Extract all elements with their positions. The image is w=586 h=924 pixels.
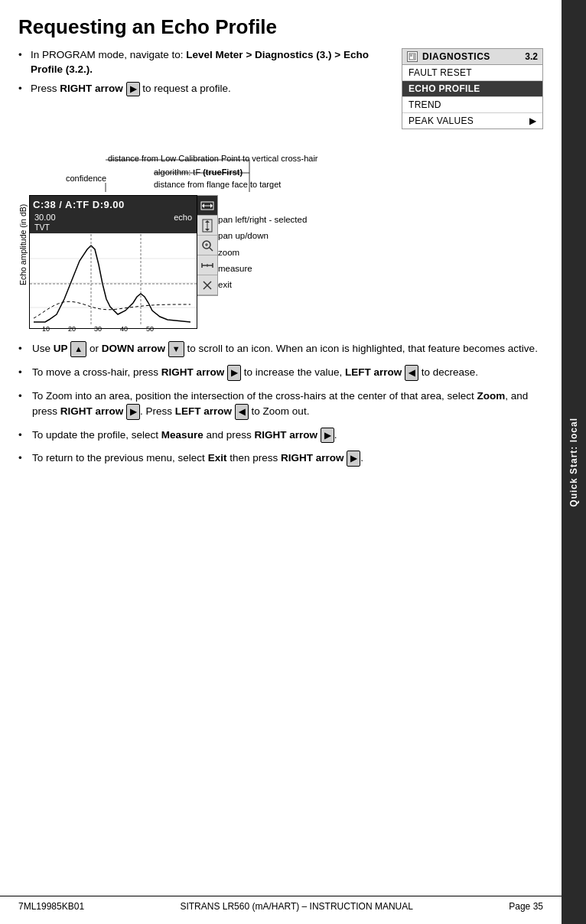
icon-label-pan-lr: pan left/right - selected	[218, 212, 307, 228]
chart-canvas: 10 20 30 40 50	[30, 233, 197, 333]
annotation-flange: distance from flange face to target	[154, 180, 281, 189]
icon-zoom[interactable]	[197, 236, 217, 255]
svg-rect-2	[413, 54, 415, 59]
intro-bullet-1: In PROGRAM mode, navigate to: Level Mete…	[18, 48, 389, 77]
footer-part-number: 7ML19985KB01	[18, 901, 84, 912]
svg-text:40: 40	[120, 325, 128, 333]
main-bullet-3: To Zoom into an area, position the inter…	[18, 389, 543, 420]
top-section: In PROGRAM mode, navigate to: Level Mete…	[18, 48, 543, 129]
right-arrow-button-2[interactable]: ▶	[126, 404, 140, 420]
peak-values-arrow: ▶	[529, 116, 536, 126]
footer-page: Page 35	[509, 901, 543, 912]
chart-tvt-row: TVT	[30, 222, 197, 233]
right-arrow-button-3[interactable]: ▶	[321, 428, 334, 444]
annotation-algorithm: algorithm: tF (trueFirst)	[154, 168, 243, 177]
svg-marker-25	[205, 220, 210, 223]
peak-values-label: PEAK VALUES	[409, 116, 474, 126]
chart-header-text: C:38 / A:TF D:9.00	[33, 199, 125, 210]
annotation-area: confidence distance from Low Calibration…	[66, 140, 532, 195]
svg-text:50: 50	[146, 325, 154, 333]
main-bullet-5: To return to the previous menu, select E…	[18, 451, 543, 467]
svg-text:30: 30	[94, 325, 102, 333]
footer-product: SITRANS LR560 (mA/HART) – INSTRUCTION MA…	[180, 901, 413, 912]
intro-text-1a: In PROGRAM mode, navigate to: Level Mete…	[31, 49, 369, 75]
svg-marker-22	[210, 203, 213, 208]
icon-label-measure: measure	[218, 261, 307, 277]
left-arrow-button-1[interactable]: ◀	[405, 365, 418, 381]
diag-version: 3.2	[525, 51, 538, 62]
chart-header: C:38 / A:TF D:9.00	[30, 196, 197, 213]
diag-header: DIAGNOSTICS 3.2	[402, 49, 542, 65]
intro-bullet-2: Press RIGHT arrow ▶ to request a profile…	[18, 82, 389, 96]
icon-label-pan-ud: pan up/down	[218, 228, 307, 244]
diag-row-trend: TREND	[402, 97, 542, 113]
main-bullet-2: To move a cross-hair, press RIGHT arrow …	[18, 365, 543, 381]
right-arrow-button-1[interactable]: ▶	[227, 365, 241, 381]
icon-label-zoom: zoom	[218, 245, 307, 261]
up-arrow-button[interactable]: ▲	[70, 341, 86, 357]
chart-subheader: 30.00 echo	[30, 213, 197, 222]
main-bullet-1: Use UP ▲ or DOWN arrow ▼ to scroll to an…	[18, 341, 543, 357]
icon-measure[interactable]	[197, 255, 217, 275]
svg-marker-21	[202, 203, 204, 208]
diag-icon	[407, 51, 418, 62]
chart-echo-label: echo	[174, 213, 192, 222]
diag-row-echo-profile: ECHO PROFILE	[402, 81, 542, 97]
icon-pan-ud[interactable]	[197, 216, 217, 236]
left-arrow-button-2[interactable]: ◀	[235, 404, 249, 420]
y-axis-container: Echo amplitude (in dB)	[18, 195, 29, 294]
svg-text:10: 10	[42, 325, 50, 333]
annotation-svg	[66, 140, 532, 195]
icon-labels: pan left/right - selected pan up/down zo…	[218, 195, 307, 293]
icon-label-exit: exit	[218, 277, 307, 293]
chart-value-30: 30.00	[34, 213, 56, 222]
chart-tvt-label: TVT	[34, 223, 50, 232]
svg-text:20: 20	[68, 325, 76, 333]
svg-line-28	[210, 248, 213, 251]
diag-row-fault-reset: FAULT RESET	[402, 65, 542, 81]
diag-title: DIAGNOSTICS	[422, 51, 520, 62]
right-arrow-button-intro[interactable]: ▶	[126, 82, 140, 96]
intro-bullets: In PROGRAM mode, navigate to: Level Mete…	[18, 48, 389, 129]
y-axis-label: Echo amplitude (in dB)	[18, 195, 28, 294]
page-container: Requesting an Echo Profile In PROGRAM mo…	[0, 0, 586, 924]
echo-icons-panel	[197, 195, 218, 296]
chart-body: 10 20 30 40 50	[30, 233, 197, 333]
down-arrow-button[interactable]: ▼	[168, 341, 184, 357]
page-title: Requesting an Echo Profile	[18, 15, 543, 39]
right-arrow-button-4[interactable]: ▶	[347, 451, 360, 467]
diagnostics-panel: DIAGNOSTICS 3.2 FAULT RESET ECHO PROFILE…	[402, 48, 543, 129]
main-bullets: Use UP ▲ or DOWN arrow ▼ to scroll to an…	[18, 341, 543, 467]
diag-row-peak-values: PEAK VALUES ▶	[402, 113, 542, 129]
main-bullet-4: To update the profile, select Measure an…	[18, 428, 543, 444]
svg-marker-26	[205, 229, 210, 231]
svg-rect-1	[410, 54, 412, 57]
intro-text-2a: Press RIGHT arrow ▶ to request a profile…	[31, 83, 231, 94]
diagram-wrapper: confidence distance from Low Calibration…	[18, 140, 543, 329]
page-footer: 7ML19985KB01 SITRANS LR560 (mA/HART) – I…	[0, 896, 562, 916]
annotation-low-cal: distance from Low Calibration Point to v…	[108, 154, 318, 163]
sidebar-label: Quick Start: local	[568, 418, 579, 507]
diagram-row: Echo amplitude (in dB) C:38 / A:TF D:9.0…	[18, 195, 543, 329]
echo-chart: C:38 / A:TF D:9.00 30.00 echo TVT	[29, 195, 197, 329]
icon-pan-lr[interactable]	[197, 196, 217, 216]
main-content: Requesting an Echo Profile In PROGRAM mo…	[0, 0, 562, 924]
icon-exit[interactable]	[197, 275, 217, 295]
sidebar: Quick Start: local	[562, 0, 586, 924]
